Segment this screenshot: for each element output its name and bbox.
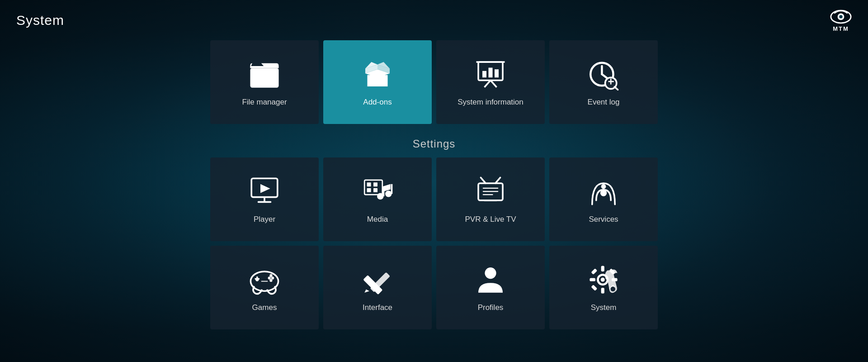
tile-interface[interactable]: Interface	[323, 246, 432, 329]
addons-icon	[361, 58, 394, 90]
tile-event-log[interactable]: Event log	[549, 40, 658, 124]
tile-games[interactable]: Games	[210, 246, 319, 329]
mtm-logo: MTM	[830, 8, 852, 32]
svg-marker-20	[260, 184, 270, 193]
svg-rect-4	[250, 66, 279, 68]
svg-point-49	[269, 279, 272, 281]
svg-point-2	[839, 15, 842, 18]
mtm-eye-icon	[830, 8, 852, 24]
settings-title: Settings	[413, 138, 456, 150]
services-icon	[587, 175, 620, 208]
svg-rect-59	[590, 278, 595, 281]
svg-rect-25	[373, 182, 377, 186]
svg-point-65	[610, 286, 615, 291]
event-log-icon	[587, 58, 620, 90]
tile-system[interactable]: System	[549, 246, 658, 329]
tile-pvr-live-tv[interactable]: PVR & Live TV	[436, 157, 545, 241]
tile-add-ons-label: Add-ons	[363, 98, 392, 107]
svg-point-46	[268, 276, 271, 279]
svg-point-47	[271, 276, 274, 279]
tile-system-label: System	[591, 303, 617, 312]
svg-point-40	[601, 184, 606, 189]
svg-line-9	[485, 80, 491, 87]
player-icon	[248, 175, 281, 208]
page-title: System	[16, 13, 64, 28]
svg-rect-7	[489, 67, 493, 77]
tile-event-log-label: Event log	[588, 98, 620, 107]
profiles-icon	[474, 263, 507, 296]
svg-line-10	[491, 80, 497, 87]
svg-line-34	[495, 177, 500, 183]
folder-icon	[248, 58, 281, 90]
svg-point-28	[377, 193, 383, 199]
tile-pvr-live-tv-label: PVR & Live TV	[465, 215, 516, 224]
svg-line-33	[481, 177, 486, 183]
interface-icon	[361, 263, 394, 296]
tile-add-ons[interactable]: Add-ons	[323, 40, 432, 124]
svg-rect-27	[373, 188, 377, 192]
tile-file-manager-label: File manager	[242, 98, 287, 107]
svg-rect-57	[601, 266, 604, 272]
svg-rect-26	[367, 188, 371, 192]
tile-profiles[interactable]: Profiles	[436, 246, 545, 329]
svg-rect-23	[364, 180, 382, 194]
svg-point-48	[269, 274, 272, 276]
settings-section: Settings Player	[136, 138, 732, 329]
svg-marker-52	[364, 289, 369, 292]
tile-player-label: Player	[254, 215, 275, 224]
main-content: File manager Add-ons	[0, 40, 868, 329]
tile-system-information[interactable]: System information	[436, 40, 545, 124]
tile-games-label: Games	[252, 303, 277, 312]
svg-rect-58	[601, 288, 604, 294]
tile-media[interactable]: Media	[323, 157, 432, 241]
svg-rect-3	[250, 68, 279, 87]
svg-line-16	[614, 86, 618, 89]
svg-point-29	[385, 191, 392, 197]
tile-system-information-label: System information	[458, 98, 524, 107]
svg-rect-45	[256, 276, 258, 281]
svg-rect-6	[482, 71, 486, 77]
svg-rect-8	[495, 69, 499, 77]
tile-profiles-label: Profiles	[478, 303, 504, 312]
svg-point-56	[601, 277, 605, 281]
settings-grid: Player	[210, 157, 658, 329]
system-icon	[587, 263, 620, 296]
tile-services[interactable]: Services	[549, 157, 658, 241]
tile-player[interactable]: Player	[210, 157, 319, 241]
games-icon	[248, 263, 281, 296]
settings-row-1: Player	[210, 157, 658, 241]
tile-media-label: Media	[367, 215, 388, 224]
media-icon	[361, 175, 394, 208]
tile-interface-label: Interface	[363, 303, 392, 312]
settings-row-2: Games Interface	[210, 246, 658, 329]
header: System MTM	[0, 0, 868, 40]
mtm-label: MTM	[833, 25, 849, 32]
svg-rect-24	[367, 182, 371, 186]
tile-file-manager[interactable]: File manager	[210, 40, 319, 124]
svg-rect-61	[591, 268, 597, 274]
svg-rect-63	[591, 284, 597, 291]
tile-services-label: Services	[589, 215, 618, 224]
pvr-live-tv-icon	[474, 175, 507, 208]
top-row: File manager Add-ons	[210, 40, 658, 124]
svg-point-54	[485, 267, 496, 279]
system-information-icon	[474, 58, 507, 90]
